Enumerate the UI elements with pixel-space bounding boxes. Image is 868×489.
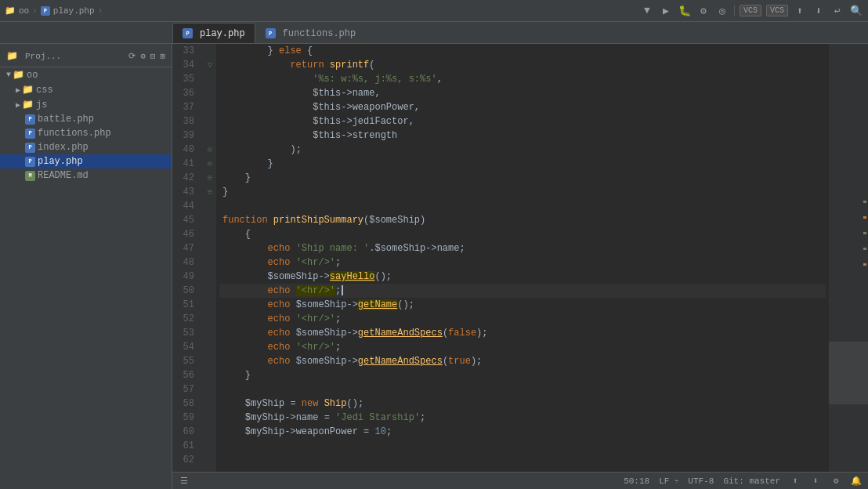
status-bar: ☰ 50:18 LF ÷ UTF-8 Git: master ⬆ ⬇ ⚙ 🔔 [172, 472, 868, 489]
pull-icon[interactable]: ⬇ [812, 4, 826, 18]
tree-label-css: css [36, 85, 53, 96]
sidebar-icon-2[interactable]: ⚙ [140, 51, 146, 61]
tab-functions-php[interactable]: P functions.php [255, 23, 367, 43]
tree-label-index: index.php [38, 142, 89, 153]
vcs-badge-1[interactable]: VCS [740, 5, 761, 16]
folder-icon: 📁 [5, 5, 16, 16]
folder-icon-oo: 📁 [13, 69, 24, 81]
tree-label-oo: oo [27, 70, 38, 81]
main-area: 📁 Proj... ⟳ ⚙ ⊟ ⊞ ▼ 📁 oo ▶ 📁 css ▶ 📁 js [0, 44, 868, 489]
breadcrumb-sep1: › [32, 6, 38, 16]
cursor-position[interactable]: 50:18 [624, 476, 649, 486]
notifications-icon[interactable]: 🔔 [851, 476, 862, 487]
dropdown-icon[interactable]: ▼ [640, 4, 654, 18]
breadcrumb: 📁 oo › P play.php › [5, 5, 103, 16]
code-editor[interactable]: } else { return sprintf( '%s: w:%s, j:%s… [216, 44, 829, 472]
breadcrumb-sep2: › [98, 6, 103, 16]
tree-label-functions: functions.php [38, 128, 111, 139]
line-ending[interactable]: LF ÷ [659, 476, 678, 486]
toolbar-actions: ▼ ▶ 🐛 ⚙ ◎ VCS VCS ⬆ ⬇ ↩ 🔍 [640, 4, 863, 18]
php-icon-play: P [25, 157, 35, 167]
push-icon[interactable]: ⬆ [793, 4, 807, 18]
sidebar: 📁 Proj... ⟳ ⚙ ⊟ ⊞ ▼ 📁 oo ▶ 📁 css ▶ 📁 js [0, 44, 172, 489]
php-icon-functions: P [25, 129, 35, 139]
tree-item-oo[interactable]: ▼ 📁 oo [0, 67, 172, 82]
tab-play-php[interactable]: P play.php [172, 23, 255, 43]
sidebar-icon-1[interactable]: ⟳ [128, 51, 136, 61]
sidebar-icon-4[interactable]: ⊞ [160, 51, 165, 61]
breadcrumb-oo[interactable]: oo [19, 6, 29, 16]
tree-label-js: js [36, 100, 47, 110]
vcs-status[interactable]: Git: master [723, 476, 780, 486]
tree-label-play: play.php [38, 156, 83, 167]
php-tab-icon-2: P [266, 28, 276, 38]
tree-item-index[interactable]: P index.php [0, 140, 172, 154]
arrow-js: ▶ [16, 100, 20, 110]
profile-icon[interactable]: ◎ [715, 4, 729, 18]
md-icon-readme: M [25, 171, 35, 181]
editor-area: O 33343536373839404142434445464748495051… [172, 44, 868, 489]
settings-icon[interactable]: ⚙ [830, 476, 841, 487]
mm-marker-3 [863, 232, 866, 234]
vcs-icon-2[interactable]: ⬇ [810, 476, 821, 487]
vcs-badge-2[interactable]: VCS [766, 5, 788, 16]
build-icon[interactable]: ⚙ [696, 4, 711, 18]
mm-marker-2 [863, 216, 866, 219]
tree-item-functions[interactable]: P functions.php [0, 126, 172, 140]
tabs-bar: P play.php P functions.php [0, 22, 868, 44]
php-tab-icon-1: P [183, 28, 193, 38]
divider [734, 5, 735, 16]
sidebar-icon-3[interactable]: ⊟ [150, 51, 156, 61]
tree-item-play[interactable]: P play.php [0, 154, 172, 168]
tree-label-battle: battle.php [38, 114, 94, 125]
toolbar: 📁 oo › P play.php › ▼ ▶ 🐛 ⚙ ◎ VCS VCS ⬆ … [0, 0, 868, 22]
arrow-oo: ▼ [6, 71, 11, 79]
run-button[interactable]: ▶ [659, 4, 673, 18]
proj-label: Proj... [25, 52, 124, 61]
undo-icon[interactable]: ↩ [830, 4, 844, 18]
sidebar-toggle-icon[interactable]: ☰ [179, 476, 190, 487]
php-icon-battle: P [25, 114, 35, 125]
vcs-icon-1[interactable]: ⬆ [790, 476, 801, 487]
status-right: 50:18 LF ÷ UTF-8 Git: master ⬆ ⬇ ⚙ 🔔 [624, 476, 862, 487]
mm-marker-5 [863, 263, 866, 266]
sidebar-toolbar: 📁 Proj... ⟳ ⚙ ⊟ ⊞ [0, 45, 172, 67]
code-container[interactable]: 3334353637383940414243444546474849505152… [172, 44, 868, 472]
sidebar-folder-icon: 📁 [6, 50, 18, 62]
encoding[interactable]: UTF-8 [688, 476, 714, 486]
gutter-icons: ▽⊖⊖⊖⊖ [204, 44, 216, 472]
debug-icon[interactable]: 🐛 [678, 4, 692, 18]
mm-marker-4 [863, 248, 866, 250]
tree-item-js[interactable]: ▶ 📁 js [0, 97, 172, 112]
minimap-viewport [829, 342, 868, 404]
php-icon-index: P [25, 143, 35, 153]
line-numbers: 3334353637383940414243444546474849505152… [172, 44, 204, 472]
php-icon-small: P [41, 6, 50, 16]
search-icon[interactable]: 🔍 [849, 4, 863, 18]
tree-item-battle[interactable]: P battle.php [0, 112, 172, 126]
arrow-css: ▶ [16, 85, 20, 95]
folder-icon-css: 📁 [22, 84, 34, 96]
tree-item-css[interactable]: ▶ 📁 css [0, 82, 172, 97]
minimap-markers [863, 44, 866, 472]
tab-label-2: functions.php [283, 28, 356, 39]
tree-item-readme[interactable]: M README.md [0, 168, 172, 183]
tab-label-1: play.php [200, 28, 245, 39]
tree-label-readme: README.md [38, 170, 89, 181]
status-left: ☰ [179, 476, 190, 487]
minimap [829, 44, 868, 472]
breadcrumb-file[interactable]: play.php [53, 6, 95, 16]
mm-marker-1 [863, 201, 866, 203]
folder-icon-js: 📁 [22, 99, 34, 110]
